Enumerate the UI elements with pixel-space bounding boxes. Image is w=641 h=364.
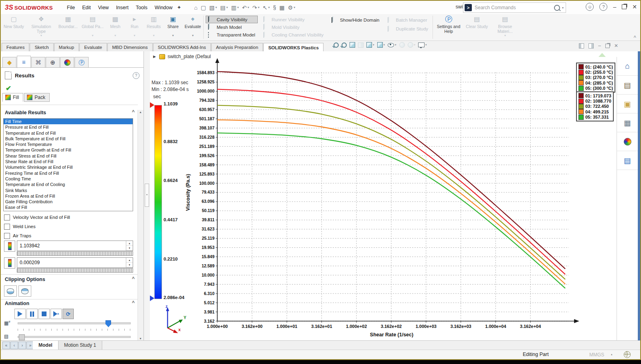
colorbar-max-marker[interactable] — [150, 102, 154, 108]
displaymanager-tab-icon[interactable] — [60, 57, 74, 68]
speed-slider-track[interactable] — [18, 336, 131, 338]
max-value-field[interactable]: ▲▼ — [17, 241, 133, 251]
search-commands-box[interactable]: > ▾ — [463, 2, 566, 13]
undo-icon[interactable]: ↶▾ — [242, 4, 249, 11]
attachment-icon[interactable]: § — [273, 4, 276, 11]
checkbox-box[interactable] — [4, 233, 10, 239]
doc-minimize-icon[interactable]: – — [598, 43, 601, 49]
loop-button[interactable]: ⟳ — [63, 309, 74, 319]
menu-edit[interactable]: Edit — [79, 3, 95, 12]
transparent-model-toggle[interactable]: Transparent Model — [206, 31, 257, 39]
propertymanager-tab-icon[interactable]: ≡ — [17, 56, 31, 68]
result-item[interactable]: Temperature Growth at End of Fill — [4, 147, 133, 153]
ok-check-icon[interactable]: ✔ — [6, 84, 11, 93]
dropdown-caret-icon[interactable]: ▾ — [258, 6, 259, 9]
show-hide-domain-toggle[interactable]: Show/Hide Domain — [329, 16, 382, 24]
result-item[interactable]: Volumetric Shrinkage at End of Fill — [4, 164, 133, 170]
section-view-icon[interactable] — [350, 42, 355, 48]
open-icon[interactable]: ▧▾ — [209, 4, 217, 11]
result-item[interactable]: Cooling Time — [4, 176, 133, 182]
user-account-icon[interactable]: ☺ — [586, 3, 594, 11]
result-item[interactable]: Fill Time — [4, 119, 133, 124]
share-button[interactable]: ▣Share▾ — [164, 14, 183, 40]
dropdown-caret-icon[interactable]: ▾ — [425, 43, 427, 47]
search-icon[interactable] — [554, 5, 560, 11]
tab-pack[interactable]: Pack — [24, 93, 50, 102]
tab-sketch[interactable]: Sketch — [30, 43, 53, 51]
min-value-field[interactable]: ▲▼ — [17, 257, 133, 268]
flip-clipping-icon[interactable] — [18, 285, 31, 297]
display-style-icon[interactable]: ▾ — [377, 42, 385, 48]
pushpin-icon[interactable]: ✦ — [177, 4, 181, 10]
view-settings-icon[interactable]: ▾ — [418, 42, 427, 47]
globe-icon[interactable] — [624, 351, 631, 358]
help-icon[interactable]: ? — [599, 3, 607, 11]
dropdown-caret-icon[interactable]: ▾ — [504, 34, 506, 38]
zoom-area-icon[interactable] — [342, 42, 347, 48]
dropdown-caret-icon[interactable]: ▾ — [373, 43, 374, 47]
select-icon[interactable]: ↖▾ — [263, 4, 270, 11]
tab-solidworks-plastics[interactable]: SOLIDWORKS Plastics — [263, 43, 324, 52]
new-file-icon[interactable]: ▢ — [201, 4, 206, 11]
colorbar-min-marker[interactable] — [150, 295, 154, 301]
speed-slider-handle[interactable] — [19, 334, 25, 340]
pane-left-icon[interactable] — [579, 43, 584, 49]
flyout-arrow-icon[interactable]: ▶ — [153, 55, 156, 59]
play-button[interactable] — [14, 309, 26, 319]
menu-window[interactable]: Window — [151, 3, 176, 12]
tab-model[interactable]: Model — [33, 341, 59, 350]
dropdown-caret-icon[interactable]: ▾ — [172, 34, 174, 38]
dropdown-caret-icon[interactable]: ▾ — [247, 6, 249, 9]
redo-icon[interactable]: ↷▾ — [252, 4, 259, 11]
pause-button[interactable] — [26, 309, 38, 319]
min-spinner[interactable]: ▲▼ — [126, 258, 133, 267]
clipping-plane-icon[interactable] — [4, 285, 17, 297]
result-item[interactable]: Sink Marks — [4, 188, 133, 193]
menu-insert[interactable]: Insert — [112, 3, 132, 12]
view-palette-icon[interactable]: ▦ — [617, 113, 638, 132]
tab-solidworks-add-ins[interactable]: SOLIDWORKS Add-Ins — [153, 43, 211, 51]
scroll-up-icon[interactable]: ▲ — [139, 111, 142, 113]
max-value-slider[interactable] — [17, 251, 133, 256]
taskpane-expand-icon[interactable] — [599, 53, 606, 57]
menu-file[interactable]: File — [63, 3, 79, 12]
view-orientation-icon[interactable]: ▾ — [366, 42, 374, 48]
min-scale-icon[interactable] — [4, 257, 15, 269]
restore-button[interactable] — [622, 4, 627, 9]
max-scale-icon[interactable] — [4, 241, 15, 252]
tab-motion-study-1[interactable]: Motion Study 1 — [59, 341, 102, 350]
result-item[interactable]: Ease of Fill — [4, 204, 133, 210]
units-caret-icon[interactable]: ▴ — [611, 353, 613, 356]
search-input[interactable] — [474, 4, 554, 11]
max-spinner[interactable]: ▲▼ — [126, 241, 133, 251]
rebuild-icon[interactable]: ▦ — [279, 4, 285, 11]
appearances-icon[interactable] — [617, 132, 638, 151]
featuremanager-tab-icon[interactable]: ◆ — [2, 57, 16, 68]
design-library-icon[interactable]: ▤ — [617, 76, 638, 95]
dropdown-caret-icon[interactable]: ▾ — [215, 6, 217, 9]
zoom-fit-icon[interactable] — [334, 42, 339, 48]
scroll-down-icon[interactable]: ▼ — [139, 337, 142, 340]
close-button[interactable]: ✕ — [632, 4, 637, 10]
mesh-model-toggle[interactable]: Mesh Model — [206, 23, 257, 31]
doc-restore-icon[interactable] — [605, 44, 610, 48]
dropdown-caret-icon[interactable]: ▾ — [268, 6, 270, 9]
configurationmanager-tab-icon[interactable]: ⌘ — [31, 57, 45, 68]
result-item[interactable]: Shear Rate at End of Fill — [4, 159, 133, 164]
options-icon[interactable]: ⚙▾ — [288, 4, 295, 11]
dropdown-caret-icon[interactable]: ▾ — [226, 6, 228, 9]
evaluate-button[interactable]: ⌖Evaluate▾ — [183, 14, 203, 40]
result-item[interactable]: Flow Front Temperature — [4, 142, 133, 147]
prev-tab-icon[interactable]: ‹ — [10, 342, 18, 349]
search-caret-icon[interactable]: ▾ — [562, 6, 564, 10]
min-value-slider[interactable] — [17, 268, 133, 273]
dropdown-caret-icon[interactable]: ▾ — [153, 34, 155, 38]
result-item[interactable]: Temperature at End of Fill — [4, 130, 133, 136]
menu-tools[interactable]: Tools — [132, 3, 151, 12]
checkbox-air-traps[interactable]: Air Traps — [4, 232, 31, 240]
tab-analysis-preparation[interactable]: Analysis Preparation — [211, 43, 263, 51]
section-collapse-icon[interactable]: ^ — [132, 109, 135, 115]
checkbox-weld-lines[interactable]: Weld Lines — [4, 222, 36, 231]
dropdown-caret-icon[interactable]: ▾ — [395, 43, 396, 47]
home-icon[interactable]: ⌂ — [617, 57, 638, 76]
